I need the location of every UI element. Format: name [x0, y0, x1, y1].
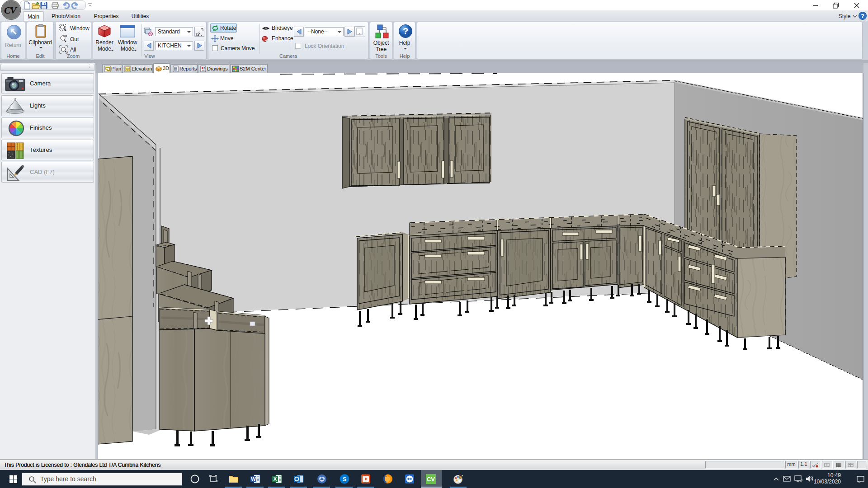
svg-text:?: ? [861, 13, 864, 19]
svg-text:?: ? [403, 26, 408, 36]
svg-text:S: S [343, 476, 347, 483]
svg-text:V: V [10, 5, 18, 16]
svg-text:W: W [251, 476, 256, 482]
svg-text:X: X [274, 476, 277, 482]
svg-text:CV: CV [427, 476, 435, 483]
